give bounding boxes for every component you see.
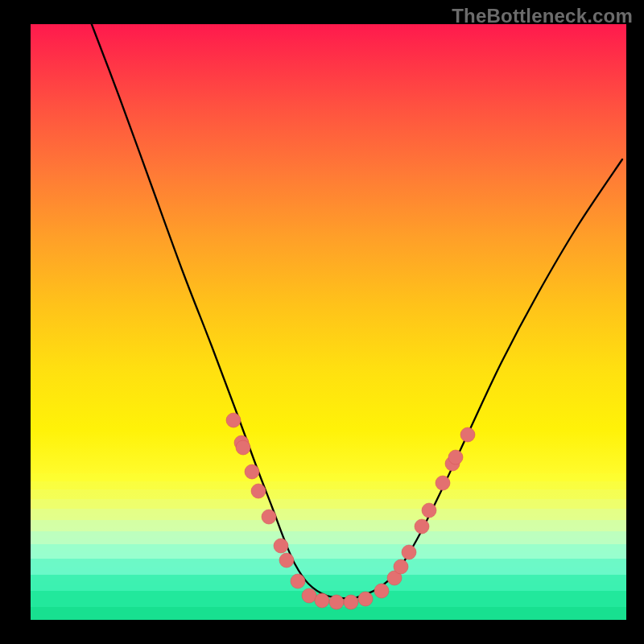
data-dot <box>374 584 389 598</box>
data-dot <box>402 545 416 559</box>
data-dot <box>279 553 294 568</box>
data-dot <box>315 593 329 608</box>
chart-frame: TheBottleneck.com <box>0 0 644 644</box>
data-dot <box>358 592 373 606</box>
curve-group <box>89 16 622 599</box>
data-dot <box>448 450 463 464</box>
data-dot <box>302 588 316 603</box>
data-dot <box>415 519 429 534</box>
data-dot <box>291 574 305 588</box>
data-dot <box>236 440 250 455</box>
data-dot <box>245 464 259 479</box>
data-dot <box>344 595 358 609</box>
data-dot <box>422 503 436 518</box>
data-dot <box>329 595 344 609</box>
watermark-text: TheBottleneck.com <box>452 5 633 27</box>
data-dot <box>274 539 288 553</box>
data-dot <box>226 413 241 427</box>
data-dot <box>460 427 475 442</box>
left-curve <box>89 16 353 599</box>
plot-area <box>31 24 626 620</box>
curves-svg <box>31 24 626 620</box>
data-dot <box>436 476 450 490</box>
right-curve <box>353 159 622 599</box>
dots-group <box>226 413 475 609</box>
data-dot <box>262 510 276 524</box>
data-dot <box>251 484 266 498</box>
data-dot <box>394 559 408 574</box>
